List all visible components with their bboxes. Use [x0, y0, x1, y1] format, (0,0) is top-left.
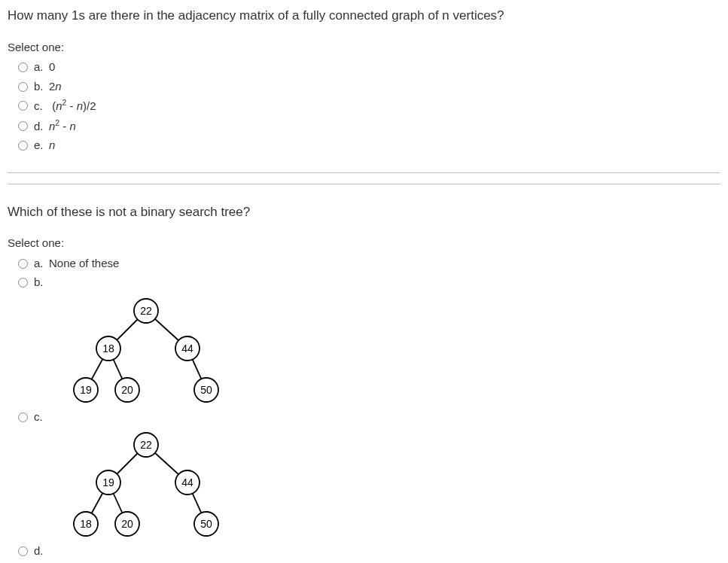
- tree-c-root: 22: [140, 439, 152, 451]
- q1-radio-a[interactable]: [18, 62, 28, 72]
- q2-label-a: a.None of these: [34, 255, 119, 272]
- q1-radio-c[interactable]: [18, 101, 28, 111]
- question-2: Which of these is not a binary search tr…: [8, 202, 720, 564]
- q1-options: a.0 b.2n c. (n2 - n)/2 d.n2 - n e.n: [8, 59, 720, 154]
- tree-b-container: 22 18 44 19 20 50: [56, 296, 720, 409]
- q2-label-b: b.: [34, 274, 49, 291]
- select-one-2: Select one:: [8, 235, 720, 252]
- tree-c-left: 19: [102, 476, 114, 488]
- q2-radio-b[interactable]: [18, 278, 28, 288]
- q1-radio-d[interactable]: [18, 121, 28, 131]
- q1-option-e: e.n: [18, 137, 720, 154]
- tree-b-ll: 19: [80, 384, 92, 396]
- tree-c-svg: 22 19 44 18 20 50: [56, 430, 229, 543]
- q1-label-c: c. (n2 - n)/2: [34, 97, 96, 115]
- tree-c-lr: 20: [121, 518, 133, 530]
- tree-c-container: 22 19 44 18 20 50: [56, 430, 720, 543]
- tree-c-ll: 18: [80, 518, 92, 530]
- divider-2: [8, 184, 720, 184]
- q2-option-d: d.: [18, 543, 720, 560]
- question-1: How many 1s are there in the adjacency m…: [8, 6, 720, 154]
- tree-c-rr: 50: [200, 518, 212, 530]
- tree-b-right: 44: [181, 342, 193, 355]
- tree-c-right: 44: [181, 476, 193, 488]
- divider-1: [8, 172, 720, 173]
- tree-b-lr: 20: [121, 384, 133, 396]
- q1-label-b: b.2n: [34, 78, 62, 96]
- q1-radio-b[interactable]: [18, 82, 28, 92]
- q1-label-d: d.n2 - n: [34, 117, 76, 135]
- q1-option-a: a.0: [18, 59, 720, 76]
- q1-label-a: a.0: [34, 59, 55, 76]
- question-2-text: Which of these is not a binary search tr…: [8, 202, 720, 222]
- q2-option-b: b.: [18, 274, 720, 291]
- q2-radio-d[interactable]: [18, 546, 28, 556]
- q2-label-c: c.: [34, 409, 49, 426]
- q2-options: a.None of these b. 22 18 44 1: [8, 255, 720, 564]
- tree-b-rr: 50: [200, 384, 212, 396]
- tree-b-root: 22: [140, 305, 152, 317]
- q2-option-a: a.None of these: [18, 255, 720, 272]
- q2-option-c: c.: [18, 409, 720, 426]
- select-one-1: Select one:: [8, 39, 720, 56]
- q1-option-b: b.2n: [18, 78, 720, 96]
- q2-radio-a[interactable]: [18, 259, 28, 269]
- q1-option-d: d.n2 - n: [18, 117, 720, 135]
- q1-option-c: c. (n2 - n)/2: [18, 97, 720, 115]
- question-1-text: How many 1s are there in the adjacency m…: [8, 6, 720, 26]
- tree-b-left: 18: [102, 342, 114, 355]
- q1-label-e: e.n: [34, 137, 55, 154]
- tree-b-svg: 22 18 44 19 20 50: [56, 296, 229, 409]
- q1-radio-e[interactable]: [18, 141, 28, 151]
- q2-radio-c[interactable]: [18, 412, 28, 422]
- q2-label-d: d.: [34, 543, 49, 560]
